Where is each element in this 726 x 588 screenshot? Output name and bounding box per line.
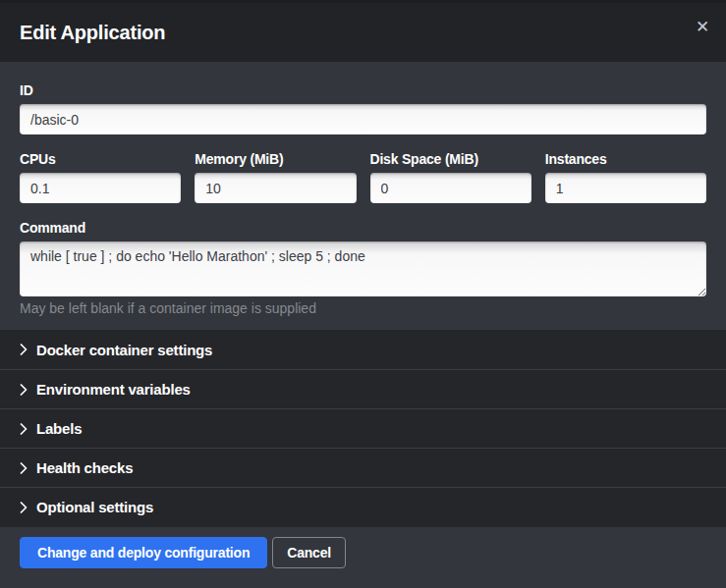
section-label: Optional settings: [36, 499, 153, 515]
command-helper-text: May be left blank if a container image i…: [20, 301, 706, 316]
edit-application-modal: Edit Application ✕ ID CPUs Memory (MiB) …: [0, 0, 726, 588]
instances-input[interactable]: [545, 173, 706, 203]
cpus-input[interactable]: [20, 173, 181, 203]
chevron-right-icon: [20, 384, 28, 396]
id-input[interactable]: [20, 104, 706, 134]
id-label: ID: [20, 83, 706, 97]
instances-label: Instances: [545, 152, 706, 166]
disk-space-field-group: Disk Space (MiB): [370, 152, 531, 203]
command-textarea[interactable]: while [ true ] ; do echo 'Hello Marathon…: [20, 241, 706, 296]
section-label: Health checks: [36, 459, 133, 476]
memory-label: Memory (MiB): [195, 152, 356, 166]
resource-field-row: CPUs Memory (MiB) Disk Space (MiB) Insta…: [20, 152, 706, 203]
disk-space-input[interactable]: [370, 173, 531, 203]
modal-footer: Change and deploy configuration Cancel: [0, 527, 726, 588]
section-environment-variables[interactable]: Environment variables: [0, 369, 726, 408]
command-label: Command: [20, 221, 706, 235]
change-and-deploy-button[interactable]: Change and deploy configuration: [20, 537, 267, 568]
section-optional-settings[interactable]: Optional settings: [0, 487, 726, 526]
modal-header: Edit Application ✕: [0, 0, 726, 62]
section-label: Labels: [36, 420, 82, 437]
id-field-group: ID: [20, 83, 706, 134]
section-label: Environment variables: [36, 381, 191, 398]
section-label: Docker container settings: [36, 342, 212, 358]
section-health-checks[interactable]: Health checks: [0, 448, 726, 487]
collapsible-sections: Docker container settings Environment va…: [0, 330, 726, 527]
chevron-right-icon: [20, 423, 28, 435]
cancel-button[interactable]: Cancel: [272, 537, 346, 568]
memory-input[interactable]: [195, 173, 356, 203]
chevron-right-icon: [20, 344, 28, 355]
memory-field-group: Memory (MiB): [195, 152, 356, 203]
cpus-label: CPUs: [20, 152, 181, 166]
modal-title: Edit Application: [20, 22, 165, 44]
form-area: ID CPUs Memory (MiB) Disk Space (MiB) In…: [0, 62, 726, 330]
chevron-right-icon: [20, 502, 28, 513]
disk-space-label: Disk Space (MiB): [370, 152, 531, 166]
command-field-group: Command while [ true ] ; do echo 'Hello …: [20, 221, 706, 316]
instances-field-group: Instances: [545, 152, 706, 203]
close-icon[interactable]: ✕: [691, 16, 714, 39]
section-labels[interactable]: Labels: [0, 408, 726, 448]
section-docker-container-settings[interactable]: Docker container settings: [0, 330, 726, 369]
cpus-field-group: CPUs: [20, 152, 181, 203]
chevron-right-icon: [20, 462, 28, 474]
